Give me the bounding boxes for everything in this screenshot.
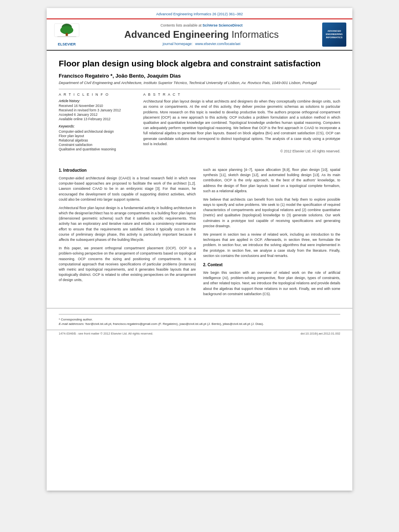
main-col-left: 1. Introduction Computer-aided architect… bbox=[59, 167, 196, 300]
homepage-url[interactable]: www.elsevier.com/locate/aei bbox=[195, 42, 241, 46]
svg-rect-3 bbox=[66, 33, 68, 36]
keywords-section: Keywords: Computer-aided architectural d… bbox=[59, 124, 135, 151]
journal-reference: Advanced Engineering Informatics 26 (201… bbox=[156, 12, 243, 16]
section1-right-para1: such as space planning [4–7], space allo… bbox=[203, 167, 340, 194]
issn-line: 1474-0346/$ - see front matter © 2012 El… bbox=[59, 332, 153, 335]
abstract-text: Architectural floor plan layout design i… bbox=[143, 99, 340, 147]
keywords-title: Keywords: bbox=[59, 124, 135, 128]
keyword-5: Qualitative and quantitative reasoning bbox=[59, 147, 135, 151]
section1-right-para3: We present in section two a review of re… bbox=[203, 232, 340, 259]
article-info-header: A R T I C L E I N F O bbox=[59, 92, 135, 97]
svg-point-2 bbox=[60, 26, 73, 34]
received-date: Received 16 November 2010 bbox=[59, 104, 135, 108]
section2-title: 2. Context bbox=[203, 262, 340, 268]
elsevier-logo: ELSEVIER bbox=[51, 23, 83, 47]
keyword-2: Floor plan layout bbox=[59, 134, 135, 138]
paper-title: Floor plan design using block algebra an… bbox=[59, 58, 340, 69]
abstract-column: A B S T R A C T Architectural floor plan… bbox=[143, 92, 340, 153]
copyright: © 2012 Elsevier Ltd. All rights reserved… bbox=[143, 149, 340, 153]
elsevier-label: ELSEVIER bbox=[58, 42, 76, 46]
keyword-3: Relational algebras bbox=[59, 138, 135, 142]
abstract-header: A B S T R A C T bbox=[143, 92, 340, 97]
paper-authors: Francisco Regateiro *, João Bento, Joaqu… bbox=[59, 73, 340, 79]
main-content: 1. Introduction Computer-aided architect… bbox=[47, 161, 352, 308]
journal-homepage: journal homepage: www.elsevier.com/locat… bbox=[162, 42, 241, 46]
article-history: Article history: Received 16 November 20… bbox=[59, 99, 135, 121]
page: Advanced Engineering Informatics 26 (201… bbox=[47, 8, 352, 491]
section1-para1: Computer-aided architectural design (CAA… bbox=[59, 176, 196, 202]
article-info-column: A R T I C L E I N F O Article history: R… bbox=[59, 92, 135, 153]
section2-para1: We begin this section with an overview o… bbox=[203, 270, 340, 297]
available-date: Available online 13 February 2012 bbox=[59, 117, 135, 121]
journal-logo-area: ADVANCED ENGINEERING INFORMATICS bbox=[320, 23, 348, 47]
email-label: E-mail addresses: bbox=[59, 322, 84, 326]
article-info-abstract-section: A R T I C L E I N F O Article history: R… bbox=[59, 92, 340, 153]
footnote-emails: E-mail addresses: fssr@civil.ist.utl.pt,… bbox=[59, 322, 340, 326]
doi-line: doi:10.1016/j.aei.2012.01.002 bbox=[300, 332, 340, 335]
footnote-area: * Corresponding author. E-mail addresses… bbox=[47, 308, 352, 330]
journal-header-bar: Advanced Engineering Informatics 26 (201… bbox=[47, 8, 352, 19]
journal-header-section: ELSEVIER Contents lists available at Sci… bbox=[47, 19, 352, 51]
journal-logo-box: ADVANCED ENGINEERING INFORMATICS bbox=[322, 23, 346, 47]
paper-body: Floor plan design using block algebra an… bbox=[47, 51, 352, 161]
divider bbox=[59, 89, 340, 89]
sciverse-text: Contents lists available at SciVerse Sci… bbox=[160, 23, 243, 27]
keyword-4: Constraint satisfaction bbox=[59, 143, 135, 147]
section1-para3: In this paper, we present orthogonal com… bbox=[59, 246, 196, 283]
sciverse-link[interactable]: SciVerse ScienceDirect bbox=[203, 23, 243, 27]
revised-date: Received in revised form 3 January 2012 bbox=[59, 108, 135, 112]
bottom-bar: 1474-0346/$ - see front matter © 2012 El… bbox=[47, 330, 352, 337]
footnote-star: * Corresponding author. bbox=[59, 318, 340, 321]
journal-title-area: Contents lists available at SciVerse Sci… bbox=[87, 23, 316, 47]
accepted-date: Accepted 6 January 2012 bbox=[59, 113, 135, 117]
section1-para2: Architectural floor plan layout design i… bbox=[59, 205, 196, 242]
section1-right-para2: We believe that architects can benefit f… bbox=[203, 197, 340, 229]
main-col-right: such as space planning [4–7], space allo… bbox=[203, 167, 340, 300]
footnote-divider bbox=[59, 314, 340, 314]
paper-affiliation: Department of Civil Engineering and Arch… bbox=[59, 80, 340, 85]
main-two-col: 1. Introduction Computer-aided architect… bbox=[59, 167, 340, 300]
history-title: Article history: bbox=[59, 99, 135, 103]
section1-title: 1. Introduction bbox=[59, 167, 196, 173]
email-addresses: fssr@civil.ist.utl.pt, francisco.regatei… bbox=[85, 322, 264, 326]
elsevier-logo-icon bbox=[52, 23, 81, 41]
journal-title: Advanced Engineering Informatics bbox=[124, 29, 279, 40]
keyword-1: Computer-aided architectural design bbox=[59, 129, 135, 134]
